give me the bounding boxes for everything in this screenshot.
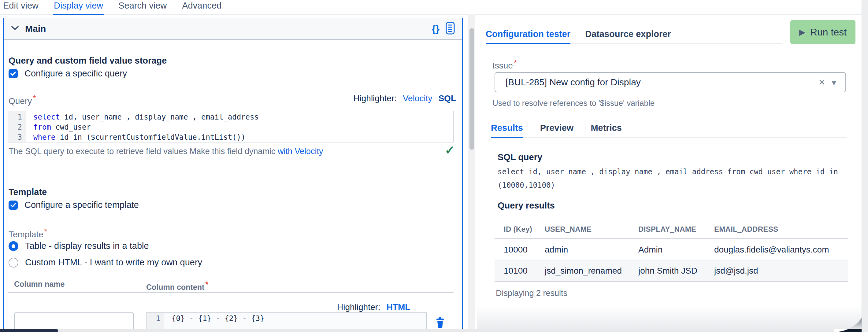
results-count-text: Displaying 2 results — [496, 289, 567, 298]
delete-column-trash-icon[interactable] — [436, 317, 444, 330]
list-panel-icon[interactable] — [445, 22, 455, 36]
with-velocity-link[interactable]: with Velocity — [278, 147, 323, 156]
panel-scrollbar-thumb[interactable] — [469, 28, 474, 150]
template-table-label: Table - display results in a table — [25, 241, 149, 251]
horizontal-scrollbar-thumb[interactable] — [0, 329, 58, 332]
cell-user-name: jsd_simon_renamed — [545, 266, 638, 276]
query-results-heading: Query results — [498, 201, 555, 211]
main-section-panel: Main {} Query and custom field value sto… — [3, 18, 463, 330]
code-line: select id, user_name , display_name , em… — [33, 112, 453, 122]
braces-icon[interactable]: {} — [432, 23, 439, 35]
issue-select[interactable]: [BUL-285] New config for Display ✕ ▾ — [495, 72, 846, 92]
clear-selection-icon[interactable]: ✕ — [814, 77, 830, 88]
required-asterisk: * — [33, 94, 36, 103]
cell-user-name: admin — [545, 245, 638, 255]
storage-heading: Query and custom field value storage — [8, 56, 167, 66]
tab-edit-view[interactable]: Edit view — [2, 0, 39, 15]
sql-query-heading: SQL query — [498, 152, 542, 162]
query-highlighter-switch: Highlighter: Velocity SQL — [353, 94, 456, 103]
main-section-title: Main — [25, 24, 46, 34]
template-custom-label: Custom HTML - I want to write my own que… — [25, 257, 202, 267]
horizontal-scrollbar-track[interactable] — [0, 329, 834, 332]
cell-id: 10100 — [504, 266, 545, 276]
run-test-label: Run test — [810, 27, 846, 38]
app-root: Edit view Display view Search view Advan… — [0, 0, 868, 332]
required-asterisk: * — [514, 58, 517, 67]
bottom-fade — [477, 306, 862, 329]
configure-query-row: Configure a specific query — [8, 68, 127, 78]
code-lines: select id, user_name , display_name , em… — [26, 111, 453, 142]
page-scrollbar-track[interactable] — [862, 0, 868, 332]
query-results-table: ID (Key) USER_NAME DISPLAY_NAME EMAIL_AD… — [495, 220, 848, 282]
chevron-down-icon[interactable] — [11, 26, 19, 32]
view-tab-bar: Edit view Display view Search view Advan… — [0, 0, 862, 15]
query-valid-check-icon: ✓ — [445, 143, 455, 157]
cell-id: 10000 — [504, 245, 545, 255]
result-tab-bar: Results Preview Metrics — [491, 122, 847, 138]
configure-query-label: Configure a specific query — [25, 68, 127, 78]
tab-display-view[interactable]: Display view — [53, 0, 104, 15]
configure-template-checkbox[interactable] — [8, 201, 18, 210]
required-asterisk: * — [44, 227, 48, 236]
issue-helper-text: Used to resolve references to '$issue' v… — [492, 98, 654, 108]
column-name-header: Column name — [14, 280, 65, 289]
column-header: USER_NAME — [545, 225, 638, 234]
main-section-header[interactable]: Main {} — [4, 18, 462, 40]
tab-preview[interactable]: Preview — [540, 123, 574, 138]
panel-scrollbar-track[interactable] — [468, 14, 475, 330]
line-number-gutter: 1 — [147, 313, 164, 330]
tab-metrics[interactable]: Metrics — [591, 123, 622, 138]
required-asterisk: * — [205, 280, 208, 289]
issue-selected-value: [BUL-285] New config for Display — [505, 77, 641, 88]
code-line: where id in ($currentCustomfieldValue.in… — [33, 132, 453, 142]
template-custom-radio[interactable] — [8, 258, 18, 267]
highlighter-caption: Highlighter: — [353, 94, 397, 103]
tester-tab-bar: Configuration tester Datasource explorer — [486, 29, 782, 44]
highlighter-sql-selected[interactable]: SQL — [438, 94, 456, 103]
code-line: from cwd_user — [33, 122, 453, 132]
tab-results[interactable]: Results — [491, 123, 523, 138]
column-name-input[interactable] — [14, 312, 134, 330]
dropdown-caret-icon[interactable]: ▾ — [830, 77, 836, 88]
table-row: 10100 jsd_simon_renamed john Smith JSD j… — [495, 261, 848, 282]
column-header: EMAIL_ADDRESS — [714, 225, 848, 234]
highlighter-velocity-link[interactable]: Velocity — [403, 94, 432, 103]
line-number-gutter: 1 2 3 — [8, 111, 26, 142]
sql-query-text: select id, user_name , display_name , em… — [498, 165, 849, 192]
tab-datasource-explorer[interactable]: Datasource explorer — [585, 29, 671, 44]
content-highlighter-switch: Highlighter: HTML — [337, 302, 410, 312]
page-sheet: Edit view Display view Search view Advan… — [0, 0, 868, 332]
template-option-custom-row: Custom HTML - I want to write my own que… — [8, 257, 202, 267]
tab-configuration-tester[interactable]: Configuration tester — [486, 29, 570, 44]
configure-template-label: Configure a specific template — [25, 200, 139, 210]
cell-display-name: Admin — [638, 245, 714, 255]
tab-advanced[interactable]: Advanced — [181, 0, 222, 15]
play-icon: ▶ — [799, 28, 805, 37]
highlighter-caption: Highlighter: — [337, 302, 380, 312]
configure-template-row: Configure a specific template — [8, 200, 139, 210]
highlighter-html-link[interactable]: HTML — [386, 302, 410, 312]
column-header: ID (Key) — [504, 225, 545, 234]
template-heading: Template — [8, 187, 47, 197]
column-content-editor[interactable]: 1 {0} - {1} - {2} - {3} — [146, 312, 427, 330]
run-test-button[interactable]: ▶ Run test — [790, 20, 856, 44]
cell-email: douglas.fidelis@valiantys.com — [714, 245, 848, 255]
main-header-actions: {} — [432, 22, 455, 36]
table-header-row: ID (Key) USER_NAME DISPLAY_NAME EMAIL_AD… — [495, 220, 848, 239]
configure-query-checkbox[interactable] — [8, 69, 18, 78]
query-helper-text: The SQL query to execute to retrieve fie… — [8, 147, 323, 156]
template-field-label: Template* — [8, 227, 48, 239]
column-header: DISPLAY_NAME — [638, 225, 714, 234]
template-option-table-row: Table - display results in a table — [8, 241, 149, 251]
cell-display-name: john Smith JSD — [638, 266, 714, 276]
code-line: {0} - {1} - {2} - {3} — [172, 314, 426, 324]
template-table-radio[interactable] — [8, 241, 18, 251]
tab-search-view[interactable]: Search view — [118, 0, 167, 15]
table-row: 10000 admin Admin douglas.fidelis@valian… — [495, 239, 848, 261]
query-field-label: Query* — [8, 94, 36, 106]
column-content-header: Column content* — [146, 280, 208, 292]
query-code-editor[interactable]: 1 2 3 select id, user_name , display_nam… — [8, 111, 454, 142]
columns-divider — [8, 292, 454, 293]
cell-email: jsd@jsd.jsd — [714, 266, 848, 276]
code-lines: {0} - {1} - {2} - {3} — [164, 313, 426, 330]
